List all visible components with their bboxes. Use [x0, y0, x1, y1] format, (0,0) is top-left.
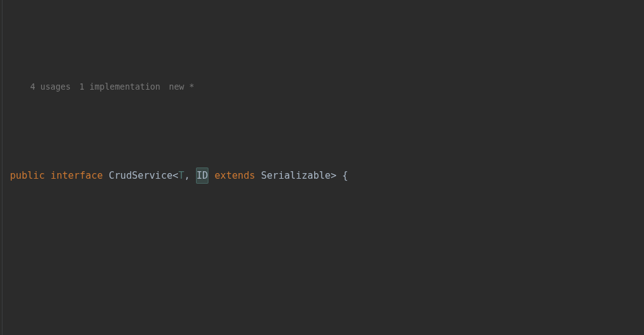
- gutter-border: [2, 0, 2, 335]
- type-crudservice: CrudService: [109, 168, 173, 183]
- angle-close: >: [330, 168, 336, 183]
- keyword-interface: interface: [50, 168, 103, 183]
- inlay-hints-interface: 4 usages1 implementationnew *: [10, 67, 644, 106]
- brace-open: {: [337, 168, 348, 183]
- vcs-new-marker[interactable]: new *: [169, 82, 195, 92]
- angle-open: <: [172, 168, 178, 183]
- blank-line: [10, 229, 644, 244]
- keyword-public: public: [10, 168, 45, 183]
- implementation-link[interactable]: 1 implementation: [80, 82, 161, 92]
- type-param-T: T: [179, 168, 184, 183]
- type-param-ID: ID: [196, 168, 209, 184]
- code-editor[interactable]: 4 usages1 implementationnew * public int…: [0, 0, 644, 335]
- code-line-interface-decl[interactable]: public interface CrudService<T, ID exten…: [10, 168, 644, 184]
- comma: ,: [184, 168, 196, 183]
- keyword-extends: extends: [215, 168, 255, 183]
- type-serializable: Serializable: [261, 168, 330, 183]
- usages-link[interactable]: 4 usages: [30, 82, 71, 92]
